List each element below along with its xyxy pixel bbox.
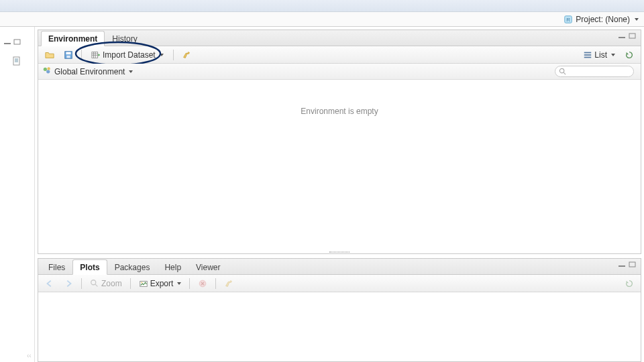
environment-pane: Environment History <box>38 29 641 254</box>
env-tabs: Environment History <box>38 30 641 46</box>
plots-tabs: Files Plots Packages Help Viewer <box>38 259 641 275</box>
import-dataset-button[interactable]: Import Dataset <box>87 49 168 61</box>
plots-pane-controls <box>619 261 637 268</box>
env-toolbar: Import Dataset List <box>38 46 641 64</box>
svg-point-29 <box>91 280 96 284</box>
svg-rect-12 <box>66 55 70 58</box>
svg-rect-9 <box>629 34 635 38</box>
chevron-down-icon <box>129 70 133 73</box>
chevron-down-icon <box>160 54 164 56</box>
doc-icon[interactable] <box>12 56 21 68</box>
view-mode-button[interactable]: List <box>580 49 618 61</box>
export-button[interactable]: Export <box>136 278 184 290</box>
svg-text:R: R <box>566 16 570 22</box>
svg-line-26 <box>564 72 566 74</box>
minimize-icon[interactable] <box>619 261 627 268</box>
chevron-down-icon <box>611 54 615 56</box>
separator <box>215 278 216 289</box>
pane-controls-left-top <box>4 39 21 46</box>
project-icon: R <box>564 15 573 24</box>
import-dataset-label: Import Dataset <box>103 50 156 60</box>
zoom-label: Zoom <box>101 279 122 288</box>
separator <box>81 50 82 60</box>
project-bar: R Project: (None) <box>0 12 644 27</box>
env-search <box>555 66 634 77</box>
env-scope-bar: Global Environment <box>38 64 641 80</box>
chevron-down-icon[interactable] <box>635 18 639 21</box>
svg-rect-3 <box>14 40 20 44</box>
tab-packages[interactable]: Packages <box>107 259 158 274</box>
plots-toolbar: Zoom Export <box>38 275 641 292</box>
separator <box>130 278 131 289</box>
env-body: Environment is empty <box>38 80 641 251</box>
next-plot-button[interactable] <box>61 278 76 290</box>
remove-plot-button[interactable] <box>195 278 210 290</box>
main-area: ‹‹ Environment History <box>0 27 644 362</box>
minimize-icon[interactable] <box>619 33 627 40</box>
svg-point-23 <box>46 70 50 73</box>
left-gutter: ‹‹ <box>0 27 35 362</box>
refresh-button[interactable] <box>622 49 637 61</box>
svg-rect-4 <box>13 57 19 65</box>
clear-plots-button[interactable] <box>221 278 236 290</box>
tab-history[interactable]: History <box>105 31 144 46</box>
svg-rect-2 <box>4 43 11 44</box>
svg-rect-13 <box>92 52 98 58</box>
tab-environment[interactable]: Environment <box>41 31 105 46</box>
plots-toolbar-right <box>622 278 637 290</box>
project-label[interactable]: Project: (None) <box>576 15 630 24</box>
tab-plots[interactable]: Plots <box>72 259 107 275</box>
plots-pane: Files Plots Packages Help Viewer <box>38 258 641 362</box>
svg-point-22 <box>44 68 47 71</box>
scope-selector[interactable]: Global Environment <box>54 67 133 76</box>
maximize-icon[interactable] <box>629 33 637 40</box>
svg-rect-27 <box>619 265 625 267</box>
scope-label: Global Environment <box>54 67 125 76</box>
view-mode-label: List <box>594 50 607 60</box>
env-pane-controls <box>619 33 637 40</box>
clear-workspace-button[interactable] <box>179 49 194 61</box>
title-bar <box>0 0 644 12</box>
prev-plot-button[interactable] <box>42 278 57 290</box>
minimize-icon[interactable] <box>4 39 12 46</box>
collapse-handle[interactable]: ‹‹ <box>27 352 32 359</box>
svg-line-30 <box>95 284 98 286</box>
pane-resize-handle[interactable] <box>38 251 641 253</box>
tab-files[interactable]: Files <box>41 259 72 274</box>
svg-point-32 <box>141 282 142 283</box>
svg-rect-28 <box>629 262 635 267</box>
svg-point-25 <box>559 68 564 72</box>
open-workspace-button[interactable] <box>42 49 57 61</box>
search-icon <box>559 68 566 75</box>
chevron-down-icon <box>177 282 181 285</box>
export-label: Export <box>150 279 174 288</box>
plots-body <box>38 292 641 361</box>
maximize-icon[interactable] <box>13 39 21 46</box>
separator <box>189 278 190 289</box>
separator <box>81 278 82 289</box>
svg-point-24 <box>47 67 50 70</box>
maximize-icon[interactable] <box>629 261 637 268</box>
env-empty-message: Environment is empty <box>301 107 378 116</box>
env-toolbar-right: List <box>580 49 637 61</box>
env-search-input[interactable] <box>555 66 634 77</box>
zoom-button[interactable]: Zoom <box>87 278 125 290</box>
refresh-button[interactable] <box>622 278 637 290</box>
svg-rect-8 <box>619 37 625 38</box>
scope-icon <box>42 66 52 77</box>
tab-help[interactable]: Help <box>157 259 189 274</box>
tab-viewer[interactable]: Viewer <box>189 259 227 274</box>
svg-rect-11 <box>66 52 71 54</box>
right-column: Environment History <box>35 27 644 362</box>
separator <box>173 50 174 60</box>
save-workspace-button[interactable] <box>61 49 76 61</box>
